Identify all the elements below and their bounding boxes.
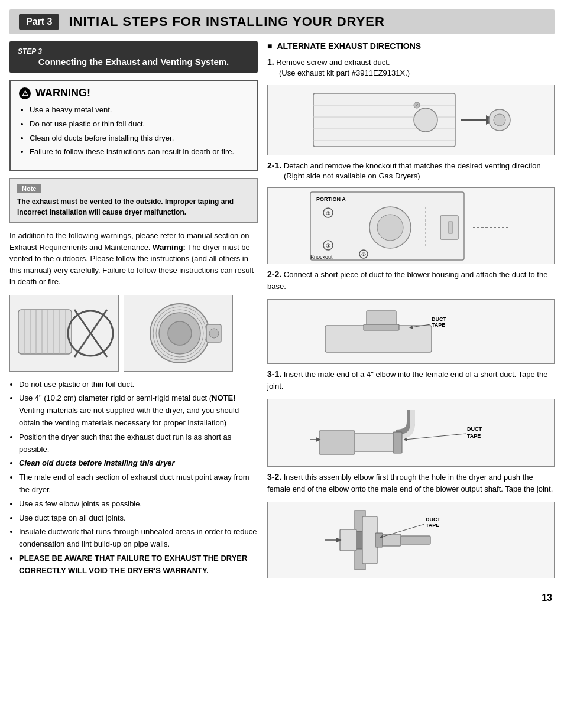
list-item: Position the dryer such that the exhaust… bbox=[19, 431, 258, 456]
part-badge: Part 3 bbox=[19, 14, 59, 30]
svg-rect-59 bbox=[375, 533, 383, 547]
list-item: Use as few elbow joints as possible. bbox=[19, 498, 258, 511]
svg-text:Knockout: Knockout bbox=[310, 254, 333, 260]
note-box: Note The exhaust must be vented to the o… bbox=[9, 178, 258, 223]
right-column: ALTERNATE EXHAUST DIRECTIONS 1. Remove s… bbox=[267, 41, 555, 583]
svg-rect-58 bbox=[401, 536, 430, 544]
page-header: Part 3 INITIAL STEPS FOR INSTALLING YOUR… bbox=[9, 9, 555, 34]
svg-rect-56 bbox=[362, 516, 377, 564]
left-column: STEP 3 Connecting the Exhaust and Ventin… bbox=[9, 41, 258, 583]
svg-rect-46 bbox=[364, 324, 399, 330]
page-title: INITIAL STEPS FOR INSTALLING YOUR DRYER bbox=[69, 14, 384, 30]
warning-title: ⚠ WARNING! bbox=[19, 87, 248, 99]
body-text: In addition to the following warnings, p… bbox=[9, 230, 258, 288]
svg-rect-62 bbox=[340, 529, 356, 551]
list-item: Use 4" (10.2 cm) diameter rigid or semi-… bbox=[19, 392, 258, 429]
diagram-step3-2: DUCT TAPE bbox=[267, 502, 555, 578]
step-1: 1. Remove screw and exhaust duct. (Use e… bbox=[267, 57, 555, 77]
svg-point-29 bbox=[494, 114, 505, 126]
svg-text:DUCT: DUCT bbox=[432, 316, 446, 322]
svg-text:TAPE: TAPE bbox=[432, 322, 445, 328]
svg-text:②: ② bbox=[326, 210, 330, 216]
step-3-2-num: 3-2. bbox=[267, 472, 281, 482]
step-3-2: 3-2. Insert this assembly elbow first th… bbox=[267, 472, 555, 495]
step-2-1-text: Detach and remove the knockout that matc… bbox=[284, 161, 541, 170]
warning-item: Do not use plastic or thin foil duct. bbox=[30, 118, 248, 131]
illustration-duct-good bbox=[124, 295, 233, 372]
step-2-2-num: 2-2. bbox=[267, 269, 281, 279]
svg-text:①: ① bbox=[361, 252, 366, 258]
section-title: ALTERNATE EXHAUST DIRECTIONS bbox=[267, 41, 555, 51]
illustration-row bbox=[9, 295, 258, 372]
svg-text:TAPE: TAPE bbox=[467, 433, 481, 439]
diagram-step3-1: DUCT TAPE bbox=[267, 399, 555, 467]
svg-text:PORTION A: PORTION A bbox=[316, 196, 346, 202]
list-item: The male end of each section of exhaust … bbox=[19, 472, 258, 496]
step-3-1-text: Insert the male end of a 4" elbow into t… bbox=[267, 370, 547, 391]
page-number: 13 bbox=[0, 588, 564, 608]
illustration-duct-bad bbox=[9, 295, 119, 372]
list-item: Insulate ductwork that runs through unhe… bbox=[19, 526, 258, 551]
step-label: STEP 3 bbox=[18, 47, 249, 56]
step-2-2: 2-2. Connect a short piece of duct to th… bbox=[267, 269, 555, 292]
list-item: Clean old ducts before installing this d… bbox=[19, 457, 258, 470]
list-item: Do not use plastic or thin foil duct. bbox=[19, 379, 258, 391]
step-2-1: 2-1. Detach and remove the knockout that… bbox=[267, 160, 555, 181]
step-3-2-text: Insert this assembly elbow first through… bbox=[267, 473, 553, 493]
svg-text:③: ③ bbox=[326, 243, 330, 249]
list-item: Use duct tape on all duct joints. bbox=[19, 512, 258, 525]
step-2-1-sub: (Right side not available on Gas Dryers) bbox=[267, 171, 420, 180]
step-1-sub: (Use exhaust kit part #3911EZ9131X.) bbox=[267, 69, 410, 77]
svg-point-14 bbox=[168, 321, 192, 345]
svg-text:TAPE: TAPE bbox=[426, 522, 439, 528]
warning-box: ⚠ WARNING! Use a heavy metal vent. Do no… bbox=[9, 80, 258, 171]
svg-rect-50 bbox=[393, 432, 402, 453]
warning-icon: ⚠ bbox=[19, 87, 31, 99]
step-1-text: Remove screw and exhaust duct. bbox=[276, 58, 390, 67]
step-2-1-num: 2-1. bbox=[267, 161, 281, 170]
svg-text:DUCT: DUCT bbox=[467, 426, 482, 432]
list-item: PLEASE BE AWARE THAT FAILURE TO EXHAUST … bbox=[19, 552, 258, 577]
warning-item: Failure to follow these instructions can… bbox=[30, 146, 248, 158]
warning-item: Use a heavy metal vent. bbox=[30, 104, 248, 116]
step-3-1-num: 3-1. bbox=[267, 369, 281, 379]
diagram-step1 bbox=[267, 84, 555, 155]
diagram-step2-1: PORTION A ② ③ Knockout ① bbox=[267, 187, 555, 264]
main-content: STEP 3 Connecting the Exhaust and Ventin… bbox=[0, 41, 564, 583]
bullet-list: Do not use plastic or thin foil duct. Us… bbox=[9, 379, 258, 577]
warning-list: Use a heavy metal vent. Do not use plast… bbox=[19, 104, 248, 158]
step-box: STEP 3 Connecting the Exhaust and Ventin… bbox=[9, 41, 258, 73]
svg-point-18 bbox=[209, 329, 219, 338]
svg-rect-40 bbox=[448, 222, 453, 233]
warning-item: Clean old ducts before installing this d… bbox=[30, 132, 248, 145]
svg-rect-53 bbox=[319, 431, 355, 454]
step-title: Connecting the Exhaust and Venting Syste… bbox=[18, 57, 249, 67]
step-3-1: 3-1. Insert the male end of a 4" elbow i… bbox=[267, 369, 555, 392]
svg-point-37 bbox=[377, 214, 403, 240]
diagram-step2-2: DUCT TAPE bbox=[267, 299, 555, 364]
step-2-2-text: Connect a short piece of duct to the blo… bbox=[267, 270, 547, 291]
note-text: The exhaust must be vented to the outsid… bbox=[17, 196, 250, 217]
svg-rect-0 bbox=[18, 310, 72, 354]
note-label: Note bbox=[17, 184, 41, 193]
svg-point-24 bbox=[414, 108, 437, 132]
svg-text:DUCT: DUCT bbox=[426, 516, 440, 522]
step-1-num: 1. bbox=[267, 57, 274, 67]
